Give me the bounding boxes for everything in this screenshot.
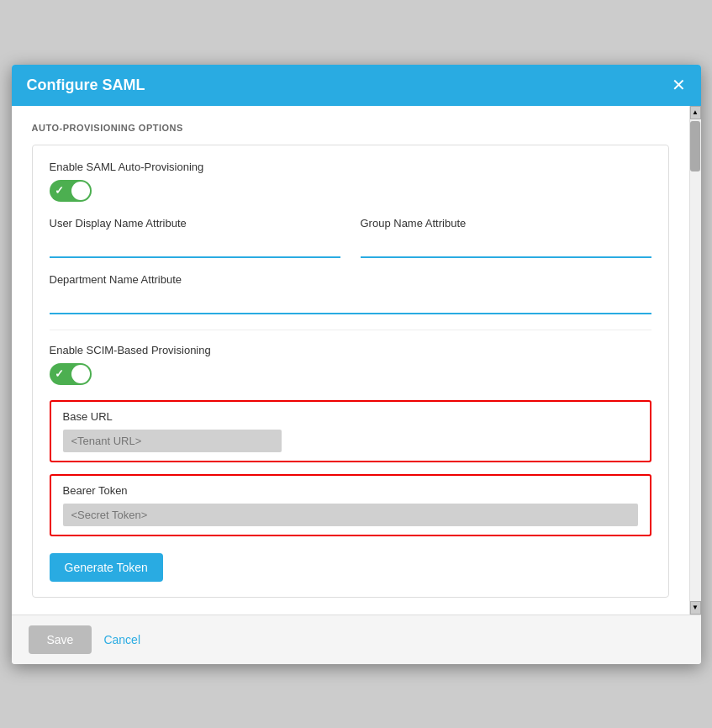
enable-scim-toggle-container: ✓ [50,363,651,385]
department-name-field: Department Name Attribute [50,273,651,314]
close-button[interactable]: ✕ [672,76,686,93]
bearer-token-input[interactable] [63,504,638,526]
enable-saml-toggle-container: ✓ [50,180,651,202]
enable-scim-toggle[interactable]: ✓ [50,363,92,385]
bearer-token-box: Bearer Token [50,474,651,536]
user-display-name-field: User Display Name Attribute [50,217,340,258]
configure-saml-dialog: Configure SAML ✕ AUTO-PROVISIONING OPTIO… [12,65,701,664]
options-box: Enable SAML Auto-Provisioning ✓ User Dis… [32,145,669,598]
user-display-name-label: User Display Name Attribute [50,217,340,229]
scim-toggle-thumb [71,365,90,383]
base-url-box: Base URL [50,400,651,462]
department-name-label: Department Name Attribute [50,273,651,286]
section-label: AUTO-PROVISIONING OPTIONS [32,123,669,133]
scrollbar-up-arrow[interactable]: ▲ [690,106,701,119]
department-name-input[interactable] [50,293,651,314]
group-name-label: Group Name Attribute [361,217,651,229]
enable-saml-label: Enable SAML Auto-Provisioning [50,161,651,173]
scim-toggle-check-icon: ✓ [55,367,64,380]
dialog-body: AUTO-PROVISIONING OPTIONS Enable SAML Au… [12,106,701,615]
group-name-input[interactable] [361,236,651,258]
bearer-token-label: Bearer Token [63,484,638,497]
toggle-thumb [71,182,90,200]
toggle-check-icon: ✓ [55,184,64,197]
cancel-button[interactable]: Cancel [103,633,140,646]
enable-scim-label: Enable SCIM-Based Provisioning [50,344,651,356]
enable-saml-field: Enable SAML Auto-Provisioning ✓ [50,161,651,202]
save-button[interactable]: Save [29,625,92,654]
dialog-footer: Save Cancel [12,615,701,664]
base-url-label: Base URL [63,410,638,423]
divider [50,330,651,330]
dialog-header: Configure SAML ✕ [12,65,701,106]
enable-saml-toggle[interactable]: ✓ [50,180,92,202]
dialog-content: AUTO-PROVISIONING OPTIONS Enable SAML Au… [12,106,689,615]
scrollbar-thumb[interactable] [690,121,700,171]
dialog-title: Configure SAML [27,76,145,94]
base-url-input[interactable] [63,430,282,452]
scrollbar-down-arrow[interactable]: ▼ [690,601,701,615]
name-attributes-row: User Display Name Attribute Group Name A… [50,217,651,258]
user-display-name-input[interactable] [50,236,340,258]
generate-token-button[interactable]: Generate Token [50,553,163,582]
group-name-field: Group Name Attribute [361,217,651,258]
enable-scim-field: Enable SCIM-Based Provisioning ✓ [50,344,651,385]
department-row: Department Name Attribute [50,273,651,314]
scrollbar-track: ▲ ▼ [689,106,701,615]
